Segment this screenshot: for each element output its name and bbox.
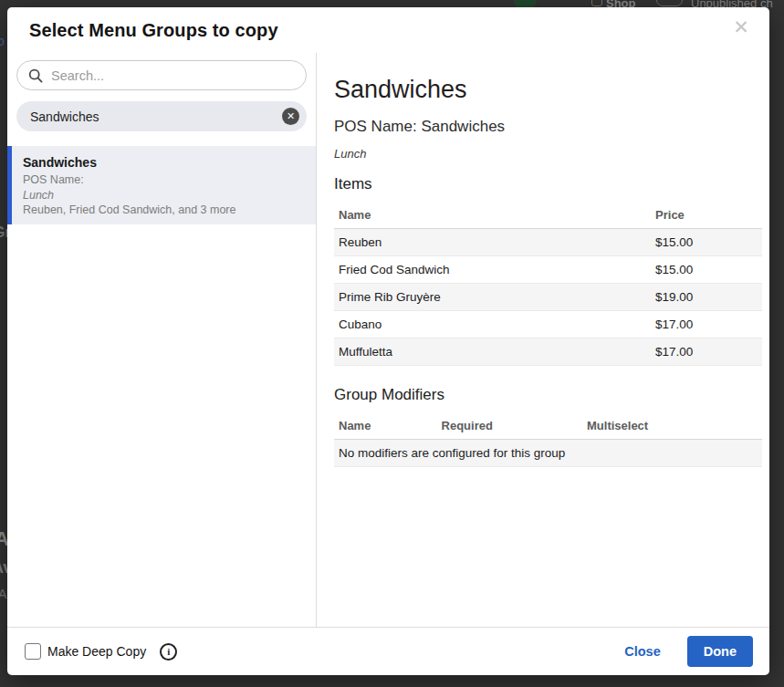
table-row: Prime Rib Gruyère $19.00 [334,284,762,311]
group-item-pos-name: POS Name: [23,172,305,188]
modifiers-empty-message: No modifiers are configured for this gro… [334,440,762,467]
info-icon[interactable]: i [160,643,177,661]
search-input[interactable] [51,68,295,83]
group-item-title: Sandwiches [23,154,305,171]
item-price: $15.00 [651,256,762,284]
modal-footer: Make Deep Copy i Close Done [7,627,769,675]
shopping-bag-icon [591,0,602,6]
detail-pos-name: POS Name: Sandwiches [334,118,762,136]
search-box [16,60,307,90]
group-detail-panel: Sandwiches POS Name: Sandwiches Lunch It… [317,53,769,627]
unpublished-pill-icon [656,0,683,6]
detail-menu-name: Lunch [334,147,762,161]
item-name: Muffuletta [334,338,651,366]
make-deep-copy-label: Make Deep Copy [47,644,146,659]
close-icon[interactable]: ✕ [729,16,753,39]
background-text-fragment: A [0,587,6,601]
menu-group-list-item-sandwiches[interactable]: Sandwiches POS Name: Lunch Reuben, Fried… [7,146,316,224]
clear-filter-icon[interactable]: ✕ [282,108,299,125]
table-row: No modifiers are configured for this gro… [334,440,762,467]
active-filter-chip: Sandwiches ✕ [16,101,307,131]
modifiers-header-name: Name [334,412,437,440]
item-name: Reuben [334,229,651,256]
item-price: $15.00 [651,229,762,256]
group-search-panel: Sandwiches ✕ Sandwiches POS Name: Lunch … [7,53,317,627]
detail-title: Sandwiches [334,77,762,103]
items-heading: Items [334,175,762,193]
modal-title: Select Menu Groups to copy [29,20,278,41]
table-row: Fried Cod Sandwich $15.00 [334,256,762,284]
make-deep-copy-checkbox[interactable] [25,643,41,660]
modal-body: Sandwiches ✕ Sandwiches POS Name: Lunch … [7,53,769,627]
search-icon [28,68,43,83]
item-price: $19.00 [651,284,762,311]
modal-header: Select Menu Groups to copy ✕ [7,7,769,53]
item-name: Prime Rib Gruyère [334,284,651,311]
items-header-name: Name [334,202,651,229]
group-item-items-preview: Reuben, Fried Cod Sandwich, and 3 more [23,203,305,218]
table-row: Muffuletta $17.00 [334,338,762,366]
item-price: $17.00 [651,338,762,366]
menu-group-list: Sandwiches POS Name: Lunch Reuben, Fried… [7,146,316,224]
close-button[interactable]: Close [624,644,661,659]
group-item-menu: Lunch [23,188,305,203]
table-row: Cubano $17.00 [334,311,762,338]
background-text-fragment: o [0,34,5,48]
copy-menu-groups-modal: Select Menu Groups to copy ✕ Sandwiches … [7,7,769,675]
item-name: Cubano [334,311,651,338]
table-row: Reuben $15.00 [334,229,762,256]
items-header-price: Price [651,202,762,229]
filter-chip-label: Sandwiches [30,109,99,124]
done-button[interactable]: Done [687,636,753,667]
modifiers-table-header-row: Name Required Multiselect [334,412,762,440]
items-table: Name Price Reuben $15.00 Fried Cod Sandw… [334,202,762,366]
group-modifiers-heading: Group Modifiers [334,386,762,404]
item-price: $17.00 [651,311,762,338]
modifiers-header-required: Required [437,412,582,440]
items-table-header-row: Name Price [334,202,762,229]
group-modifiers-table: Name Required Multiselect No modifiers a… [334,412,762,467]
modifiers-header-multiselect: Multiselect [582,412,762,440]
item-name: Fried Cod Sandwich [334,256,651,284]
